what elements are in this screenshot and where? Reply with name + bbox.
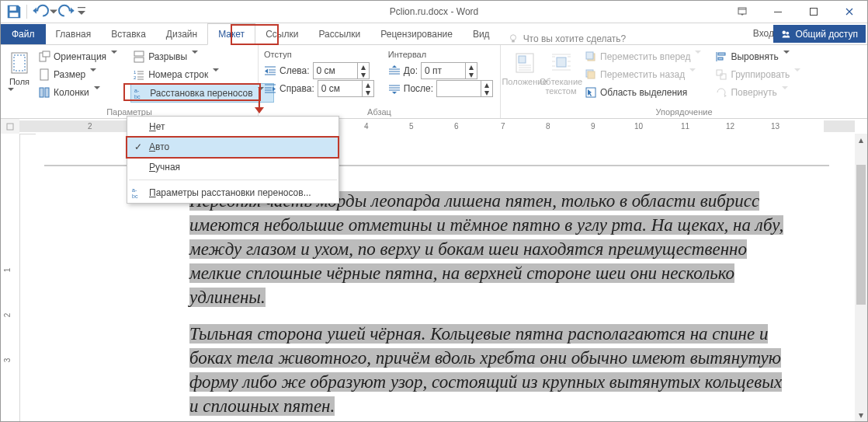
line-numbers-icon: 12: [133, 68, 145, 81]
spacing-before-icon: [388, 65, 401, 77]
svg-rect-34: [720, 74, 726, 79]
svg-point-9: [786, 31, 790, 34]
spin-down-icon[interactable]: ▾: [363, 89, 373, 96]
indent-left-input[interactable]: ▴▾: [313, 62, 370, 79]
spin-down-icon[interactable]: ▾: [481, 89, 492, 96]
send-backward-icon: [585, 68, 597, 81]
tab-layout[interactable]: Макет: [207, 23, 255, 45]
scrollbar-thumb[interactable]: [856, 165, 866, 305]
indent-left-label: Слева:: [279, 65, 310, 76]
hyphenation-icon: a-bc: [134, 87, 147, 99]
spacing-before-input[interactable]: ▴▾: [421, 62, 477, 79]
tab-home[interactable]: Главная: [46, 24, 102, 44]
svg-rect-37: [7, 124, 13, 130]
indent-right-input[interactable]: ▴▾: [318, 80, 374, 97]
rotate-button: Повернуть: [713, 83, 809, 101]
minimize-button[interactable]: [760, 1, 796, 23]
hyphenation-button[interactable]: a-bc Расстановка переносов: [130, 83, 274, 103]
svg-rect-14: [40, 69, 48, 80]
hyph-manual[interactable]: Ручная: [127, 157, 339, 177]
spin-down-icon[interactable]: ▾: [358, 71, 369, 78]
close-button[interactable]: [832, 1, 867, 23]
size-button[interactable]: Размер: [36, 65, 126, 83]
svg-rect-24: [519, 56, 526, 63]
document-text[interactable]: Передняя часть морды леопарда лишена пят…: [189, 189, 795, 421]
svg-rect-5: [811, 9, 818, 16]
svg-rect-1: [10, 12, 19, 17]
spacing-after-input[interactable]: ▴▾: [436, 80, 493, 97]
svg-rect-13: [43, 51, 50, 57]
hyph-auto[interactable]: ✓Авто: [127, 136, 339, 158]
maximize-button[interactable]: [796, 1, 832, 23]
svg-text:2: 2: [134, 75, 137, 80]
ribbon-options-icon[interactable]: [724, 1, 760, 23]
tab-view[interactable]: Вид: [463, 24, 500, 44]
redo-icon[interactable]: [59, 3, 76, 20]
save-icon[interactable]: [5, 3, 23, 20]
chevron-down-icon: [213, 68, 225, 81]
spin-down-icon[interactable]: ▾: [466, 71, 477, 78]
spacing-before-label: До:: [404, 65, 418, 76]
tab-design[interactable]: Дизайн: [156, 24, 207, 44]
chevron-down-icon: [689, 68, 702, 81]
hyph-options[interactable]: a-bc Параметры расстановки переносов...: [127, 183, 339, 203]
hyphenation-icon: a-bc: [132, 187, 144, 199]
tell-me-search[interactable]: Что вы хотите сделать?: [508, 33, 627, 44]
tab-references[interactable]: Ссылки: [255, 24, 308, 44]
undo-icon[interactable]: [31, 3, 48, 20]
orientation-icon: [38, 51, 50, 63]
undo-dropdown-icon[interactable]: [50, 3, 57, 20]
position-button: Положение: [506, 47, 543, 101]
svg-rect-25: [557, 58, 566, 67]
group-button: Группировать: [713, 65, 809, 83]
chevron-down-icon: [783, 51, 796, 63]
scroll-down-icon[interactable]: ▾: [855, 409, 867, 421]
tab-insert[interactable]: Вставка: [101, 24, 156, 44]
bring-forward-button: Переместить вперед: [582, 47, 710, 65]
rotate-icon: [715, 86, 727, 99]
chevron-down-icon: [94, 86, 106, 99]
spacing-after-label: После:: [404, 83, 433, 94]
send-backward-button: Переместить назад: [582, 65, 710, 83]
svg-rect-4: [774, 12, 782, 12]
tab-file[interactable]: Файл: [1, 24, 46, 44]
orientation-button[interactable]: Ориентация: [36, 47, 126, 65]
svg-text:1: 1: [134, 70, 137, 75]
share-button[interactable]: Общий доступ: [773, 25, 866, 43]
ruler-corner[interactable]: [1, 119, 20, 134]
indent-right-label: Справа:: [279, 83, 314, 94]
qat-customize-icon[interactable]: [78, 3, 85, 20]
svg-text:bc: bc: [132, 194, 138, 199]
breaks-button[interactable]: Разрывы: [130, 47, 274, 65]
vertical-scrollbar[interactable]: ▴ ▾: [855, 134, 867, 421]
scroll-up-icon[interactable]: ▴: [855, 134, 867, 146]
chevron-down-icon: [90, 68, 102, 81]
svg-rect-15: [40, 88, 43, 97]
breaks-icon: [133, 51, 145, 63]
columns-button[interactable]: Колонки: [36, 83, 126, 101]
position-icon: [512, 51, 537, 75]
svg-rect-17: [134, 51, 144, 56]
group-arrange-label: Упорядочение: [501, 107, 867, 117]
margins-button[interactable]: Поля: [6, 47, 33, 113]
hyph-none[interactable]: Нет: [127, 117, 339, 137]
spacing-after-icon: [388, 82, 401, 95]
svg-point-8: [783, 30, 786, 34]
vertical-ruler[interactable]: 1 2 3: [1, 134, 20, 421]
line-numbers-button[interactable]: 12 Номера строк: [130, 65, 274, 83]
selection-pane-button[interactable]: Область выделения: [582, 83, 710, 101]
indent-right-icon: [264, 82, 276, 95]
align-button[interactable]: Выровнять: [713, 47, 809, 65]
svg-rect-3: [738, 8, 746, 14]
group-icon: [715, 68, 727, 81]
svg-rect-18: [134, 58, 144, 62]
tab-review[interactable]: Рецензирование: [370, 24, 463, 44]
columns-icon: [38, 86, 50, 99]
chevron-down-icon: [695, 51, 707, 63]
selection-pane-icon: [585, 86, 597, 99]
svg-text:a-: a-: [132, 187, 137, 193]
spacing-header: Интервал: [388, 47, 493, 61]
hyphenation-menu: Нет ✓Авто Ручная a-bc Параметры расстано…: [127, 116, 339, 204]
tab-mailings[interactable]: Рассылки: [308, 24, 370, 44]
svg-rect-7: [512, 40, 515, 43]
